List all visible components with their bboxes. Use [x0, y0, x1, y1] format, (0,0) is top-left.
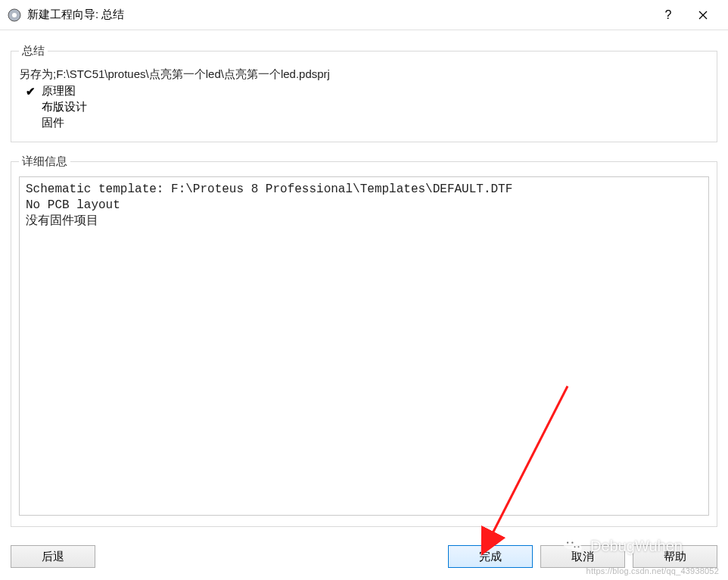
back-button[interactable]: 后退 [11, 545, 95, 568]
summary-list: ✔ 原理图 布版设计 固件 [19, 83, 709, 131]
cancel-button[interactable]: 取消 [540, 545, 625, 568]
footer: 后退 完成 取消 帮助 [0, 536, 728, 580]
finish-button[interactable]: 完成 [448, 545, 533, 568]
content-area: 总结 另存为;F:\STC51\protues\点亮第一个led\点亮第一个le… [0, 30, 728, 527]
summary-item: 固件 [23, 115, 709, 131]
summary-item-label: 布版设计 [42, 100, 87, 114]
summary-group: 总结 另存为;F:\STC51\protues\点亮第一个led\点亮第一个le… [11, 44, 717, 142]
help-footer-button[interactable]: 帮助 [633, 545, 717, 568]
help-button[interactable]: ? [651, 0, 686, 30]
check-icon: ✔ [23, 85, 37, 98]
details-legend: 详细信息 [19, 154, 70, 169]
titlebar: 新建工程向导: 总结 ? [0, 0, 728, 30]
app-icon [8, 8, 21, 22]
close-button[interactable] [686, 0, 720, 30]
summary-item-label: 固件 [42, 116, 64, 130]
summary-item-label: 原理图 [42, 84, 76, 98]
window-title: 新建工程向导: 总结 [27, 8, 651, 22]
save-as-line: 另存为;F:\STC51\protues\点亮第一个led\点亮第一个led.p… [19, 66, 709, 83]
summary-item: 布版设计 [23, 99, 709, 115]
details-textbox[interactable]: Schematic template: F:\Proteus 8 Profess… [19, 176, 709, 516]
summary-item: ✔ 原理图 [23, 83, 709, 99]
svg-point-1 [12, 13, 17, 17]
summary-legend: 总结 [19, 44, 48, 58]
details-group: 详细信息 Schematic template: F:\Proteus 8 Pr… [11, 154, 717, 527]
